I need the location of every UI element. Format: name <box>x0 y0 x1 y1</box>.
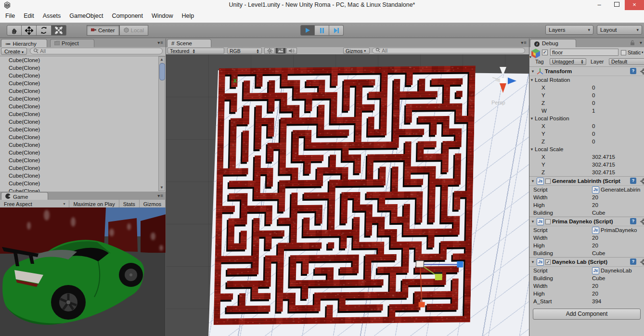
component-header[interactable]: ▼Js✓Dayneko Lab (Script)? <box>529 257 644 267</box>
game-viewport[interactable] <box>0 207 166 336</box>
object-name-field[interactable] <box>550 49 618 56</box>
hierarchy-item-cube-clone[interactable]: Cube(Clone) <box>0 87 158 95</box>
maximize-button[interactable] <box>608 0 625 10</box>
pause-button[interactable] <box>315 25 329 36</box>
foldout-icon[interactable]: ▼ <box>529 78 534 82</box>
menu-window[interactable]: Window <box>147 11 177 23</box>
foldout-icon[interactable]: ▼ <box>530 69 535 74</box>
help-book-icon[interactable]: ? <box>630 178 636 184</box>
lock-icon[interactable] <box>630 40 635 47</box>
move-tool-button[interactable] <box>22 25 37 36</box>
foldout-icon[interactable]: ▼ <box>529 116 534 121</box>
tab-scene[interactable]: #Scene <box>167 39 211 47</box>
menu-help[interactable]: Help <box>177 11 198 23</box>
layers-dropdown[interactable]: Layers▾ <box>545 25 593 35</box>
pivot-local-button[interactable]: Local <box>119 25 149 36</box>
component-enabled-checkbox[interactable] <box>545 179 551 184</box>
active-checkbox[interactable]: ✓ <box>542 50 548 55</box>
hierarchy-item-cube-clone[interactable]: Cube(Clone) <box>0 72 158 79</box>
scrollbar-thumb[interactable] <box>159 63 165 80</box>
hierarchy-item-cube-clone[interactable]: Cube(Clone) <box>0 126 158 133</box>
menu-edit[interactable]: Edit <box>19 11 39 23</box>
scale-tool-button[interactable] <box>52 25 66 36</box>
hierarchy-item-cube-clone[interactable]: Cube(Clone) <box>0 141 158 149</box>
tab-debug[interactable]: iDebug <box>530 39 576 47</box>
layer-dropdown[interactable]: Default <box>609 58 644 65</box>
menu-file[interactable]: File <box>1 11 19 23</box>
component-header[interactable]: ▼JsPrima Dayneko (Script)? <box>529 217 644 226</box>
perspective-mode-label[interactable]: Persp <box>491 100 505 105</box>
foldout-icon[interactable]: ▼ <box>530 179 535 183</box>
help-book-icon[interactable]: ? <box>630 68 636 74</box>
rotate-tool-button[interactable] <box>37 25 52 36</box>
panel-menu-icon[interactable]: ▾ <box>640 40 642 45</box>
hierarchy-item-cube-clone[interactable]: Cube(Clone) <box>0 95 158 103</box>
layout-dropdown[interactable]: Layout▾ <box>597 25 642 35</box>
hierarchy-item-cube-clone[interactable]: Cube(Clone) <box>0 103 158 110</box>
skybox-toggle[interactable] <box>275 48 286 54</box>
scene-gizmos-dropdown[interactable]: Gizmos▾ <box>343 48 370 54</box>
foldout-icon[interactable]: ▼ <box>530 220 535 224</box>
hierarchy-item-cube-clone[interactable]: Cube(Clone) <box>0 149 158 156</box>
minimize-button[interactable]: – <box>591 0 607 10</box>
help-book-icon[interactable]: ? <box>630 258 636 265</box>
play-button[interactable] <box>300 25 315 36</box>
hierarchy-item-cube-clone[interactable]: Cube(Clone) <box>0 133 158 141</box>
tag-dropdown[interactable]: Untagged▲▼ <box>550 58 586 65</box>
step-button[interactable] <box>329 25 344 36</box>
scene-viewport[interactable]: Persp <box>166 54 529 336</box>
channel-dropdown[interactable]: RGB▲▼ <box>227 48 262 54</box>
scene-orientation-gizmo[interactable] <box>484 63 522 97</box>
shading-dropdown[interactable]: Textured▲▼ <box>167 48 224 54</box>
scroll-up-icon[interactable]: ▲ <box>159 57 165 63</box>
foldout-icon[interactable]: ▼ <box>529 147 534 152</box>
pivot-center-button[interactable]: Center <box>87 25 119 36</box>
component-header[interactable]: ▼Transform? <box>529 66 644 76</box>
component-enabled-checkbox[interactable]: ✓ <box>545 259 551 265</box>
menu-gameobject[interactable]: GameObject <box>65 11 107 23</box>
tab-project[interactable]: Project <box>50 39 94 47</box>
gear-icon[interactable] <box>640 68 644 76</box>
help-book-icon[interactable]: ? <box>630 218 636 224</box>
audio-toggle[interactable] <box>286 48 297 54</box>
hierarchy-item-cube-clone[interactable]: Cube(Clone) <box>0 79 158 87</box>
hierarchy-item-cube-clone[interactable]: Cube(Clone) <box>0 180 158 187</box>
tab-game[interactable]: Game <box>1 192 48 200</box>
panel-menu-icon[interactable]: ▾≡ <box>521 40 527 45</box>
scene-search-input[interactable]: All <box>372 48 525 53</box>
hierarchy-search-input[interactable]: All <box>30 48 163 54</box>
hierarchy-item-cube-clone[interactable]: Cube(Clone) <box>0 56 158 64</box>
tab-hierarchy[interactable]: ≔Hierarchy <box>1 39 47 47</box>
hierarchy-item-cube-clone[interactable]: Cube(Clone) <box>0 118 158 126</box>
add-component-button[interactable]: Add Component <box>533 309 641 320</box>
create-button[interactable]: Create ▾ <box>1 48 27 55</box>
panel-menu-icon[interactable]: ▾≡ <box>157 40 164 45</box>
scroll-down-icon[interactable]: ▼ <box>159 185 165 191</box>
aspect-dropdown[interactable]: Free Aspect▾ <box>0 200 69 207</box>
icon-dropdown-chevron[interactable]: ▾ <box>529 55 531 59</box>
hand-tool-button[interactable] <box>7 25 22 36</box>
foldout-icon[interactable]: ▼ <box>530 260 535 264</box>
component-enabled-checkbox[interactable] <box>545 219 551 224</box>
hierarchy-item-cube-clone[interactable]: Cube(Clone) <box>0 156 158 164</box>
hierarchy-scrollbar[interactable]: ▲ ▼ <box>158 56 165 191</box>
static-dropdown-chevron[interactable]: ▾ <box>642 51 644 54</box>
lighting-toggle[interactable] <box>264 48 275 54</box>
hierarchy-item-cube-clone[interactable]: Cube(Clone) <box>0 172 158 180</box>
game-gizmos-button[interactable]: Gizmos <box>140 200 166 207</box>
hierarchy-item-cube-clone[interactable]: Cube(Clone) <box>0 64 158 72</box>
hierarchy-item-cube-clone[interactable]: Cube(Clone) <box>0 110 158 118</box>
component-header[interactable]: ▼JsGenerate Labirinth (Script? <box>529 176 644 186</box>
menu-assets[interactable]: Assets <box>39 11 65 23</box>
menu-component[interactable]: Component <box>107 11 147 23</box>
gear-icon[interactable] <box>640 219 644 226</box>
stats-button[interactable]: Stats <box>119 200 140 207</box>
close-button[interactable]: × <box>625 0 644 10</box>
hierarchy-item-cube-clone[interactable]: Cube(Clone) <box>0 164 158 172</box>
panel-menu-icon[interactable]: ▾≡ <box>157 193 164 198</box>
hierarchy-item-cube-clone[interactable]: Cube(Clone) <box>0 187 158 192</box>
gear-icon[interactable] <box>640 178 644 185</box>
gear-icon[interactable] <box>640 259 644 266</box>
static-checkbox[interactable] <box>621 50 626 55</box>
maximize-on-play-button[interactable]: Maximize on Play <box>69 200 119 207</box>
